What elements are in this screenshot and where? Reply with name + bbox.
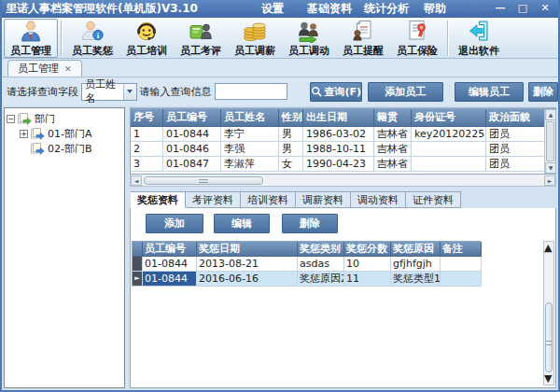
- reward-row[interactable]: 01-0844 2013-08-21 asdas 10 gfjhfgjh: [133, 257, 481, 272]
- cell-index[interactable]: 2: [131, 142, 163, 157]
- cell-birthdate[interactable]: 1990-04-23: [303, 157, 374, 172]
- menu-settings[interactable]: 设置: [258, 0, 287, 18]
- cell-employee-id[interactable]: 01-0847: [163, 157, 221, 172]
- cell-reward-score[interactable]: 11: [344, 272, 391, 287]
- cell-reward-reason[interactable]: gfjhfgjh: [391, 257, 441, 272]
- detail-tab[interactable]: 培训资料: [241, 191, 296, 208]
- detail-tab[interactable]: 奖惩资料: [131, 191, 186, 208]
- menu-base-data[interactable]: 基础资料: [303, 0, 356, 18]
- chevron-down-icon[interactable]: [123, 84, 136, 100]
- cell-reward-type[interactable]: 奖惩原因2: [298, 272, 344, 287]
- scroll-down-icon[interactable]: ▼: [545, 162, 556, 174]
- cell-index[interactable]: 1: [131, 127, 163, 142]
- detail-tab[interactable]: 考评资料: [186, 191, 241, 208]
- delete-record-button[interactable]: 删除: [282, 214, 338, 233]
- add-record-button[interactable]: 添加: [146, 214, 203, 233]
- search-button[interactable]: 查询(F): [310, 82, 363, 102]
- tree-node-root[interactable]: − 部门: [7, 111, 122, 126]
- tree-node-department[interactable]: + 01-部门A: [20, 126, 122, 141]
- expand-icon[interactable]: +: [20, 130, 28, 138]
- column-header[interactable]: 奖惩原因: [391, 242, 441, 257]
- column-header[interactable]: 员工姓名: [221, 109, 279, 127]
- scroll-thumb[interactable]: [144, 176, 263, 185]
- detail-tab[interactable]: 证件资料: [406, 191, 461, 208]
- column-header[interactable]: 政治面貌: [486, 109, 544, 127]
- column-header[interactable]: 出生日期: [303, 109, 374, 127]
- delete-employee-button[interactable]: 删除: [528, 82, 558, 102]
- scroll-right-icon[interactable]: ►: [544, 175, 555, 186]
- column-header[interactable]: 奖惩日期: [197, 242, 298, 257]
- tree-node-department[interactable]: 02-部门B: [20, 141, 122, 156]
- employee-row[interactable]: 1 01-0844 李宁 男 1986-03-02 吉林省 key2012022…: [131, 127, 544, 142]
- cell-birthdate[interactable]: 1988-10-11: [303, 142, 374, 157]
- cell-reward-reason[interactable]: 奖惩类型1: [391, 272, 441, 287]
- scroll-down-icon[interactable]: ▼: [544, 372, 553, 385]
- column-header[interactable]: 序号: [131, 109, 163, 127]
- cell-hometown[interactable]: 吉林省: [374, 127, 412, 142]
- toolbar-employee-training[interactable]: 员工培训: [119, 19, 174, 58]
- employee-grid-vscrollbar[interactable]: ▲ ▼: [544, 109, 555, 174]
- cell-political[interactable]: 团员: [486, 142, 544, 157]
- column-header[interactable]: 备注: [441, 242, 482, 257]
- minimize-button[interactable]: —: [493, 2, 508, 15]
- cell-hometown[interactable]: 吉林省: [374, 142, 412, 157]
- scroll-up-icon[interactable]: ▲: [544, 242, 553, 254]
- employee-grid-hscrollbar[interactable]: ◄ ►: [130, 175, 556, 187]
- column-header[interactable]: 性别: [279, 109, 303, 127]
- reward-row[interactable]: ► 01-0844 2016-06-16 奖惩原因2 11 奖惩类型1: [133, 272, 481, 287]
- maximize-button[interactable]: □: [515, 2, 530, 15]
- column-header[interactable]: 员工编号: [163, 109, 221, 127]
- row-selector[interactable]: ►: [133, 272, 143, 287]
- cell-remark[interactable]: [441, 272, 482, 287]
- cell-name[interactable]: 李强: [221, 142, 279, 157]
- column-header[interactable]: 员工编号: [143, 242, 197, 257]
- column-header[interactable]: 奖惩类别: [298, 242, 344, 257]
- toolbar-employee-manage[interactable]: 员工管理: [4, 19, 58, 58]
- scroll-up-icon[interactable]: ▲: [545, 109, 556, 120]
- toolbar-employee-reward[interactable]: i 员工奖惩: [65, 19, 119, 58]
- detail-tab[interactable]: 调薪资料: [296, 191, 351, 208]
- column-header[interactable]: 籍贯: [374, 109, 412, 127]
- toolbar-employee-transfer[interactable]: 员工调动: [282, 19, 336, 58]
- add-employee-button[interactable]: 添加员工: [368, 82, 442, 102]
- edit-record-button[interactable]: 编辑: [214, 214, 270, 233]
- edit-employee-button[interactable]: 编辑员工: [455, 82, 525, 102]
- scroll-thumb[interactable]: [545, 302, 553, 372]
- row-selector[interactable]: [133, 257, 143, 272]
- cell-birthdate[interactable]: 1986-03-02: [303, 127, 374, 142]
- menu-help[interactable]: 帮助: [420, 0, 450, 18]
- cell-id-number[interactable]: [412, 142, 486, 157]
- cell-gender[interactable]: 男: [279, 142, 303, 157]
- cell-remark[interactable]: [441, 257, 482, 272]
- cell-gender[interactable]: 女: [279, 157, 303, 172]
- cell-employee-id[interactable]: 01-0844: [163, 127, 221, 142]
- cell-name[interactable]: 李淑萍: [221, 157, 279, 172]
- toolbar-employee-reminder[interactable]: 员工提醒: [336, 19, 390, 58]
- cell-index[interactable]: 3: [131, 157, 163, 172]
- cell-name[interactable]: 李宁: [221, 127, 279, 142]
- toolbar-employee-review[interactable]: 员工考评: [174, 19, 228, 58]
- cell-employee-id[interactable]: 01-0846: [163, 142, 221, 157]
- menu-statistics[interactable]: 统计分析: [360, 0, 413, 18]
- cell-reward-date[interactable]: 2016-06-16: [197, 272, 298, 287]
- detail-vscrollbar[interactable]: ▲ ▼: [543, 241, 554, 385]
- cell-hometown[interactable]: 吉林省: [374, 157, 412, 172]
- scroll-thumb[interactable]: [546, 121, 554, 161]
- cell-reward-type[interactable]: asdas: [298, 257, 344, 272]
- tab-employee-manage[interactable]: 员工管理 ✕: [7, 60, 82, 77]
- query-input[interactable]: [215, 83, 287, 100]
- cell-reward-date[interactable]: 2013-08-21: [197, 257, 298, 272]
- cell-id-number[interactable]: [412, 157, 486, 172]
- employee-row[interactable]: 2 01-0846 李强 男 1988-10-11 吉林省 团员 未: [131, 142, 544, 157]
- toolbar-employee-salary[interactable]: 员工调薪: [228, 19, 282, 58]
- cell-employee-id[interactable]: 01-0844: [143, 257, 197, 272]
- cell-employee-id[interactable]: 01-0844: [143, 272, 197, 287]
- toolbar-exit[interactable]: 退出软件: [452, 19, 506, 58]
- tab-close-icon[interactable]: ✕: [64, 64, 72, 74]
- employee-row[interactable]: 3 01-0847 李淑萍 女 1990-04-23 吉林省 团员 未: [131, 157, 544, 172]
- close-button[interactable]: ✕: [538, 2, 553, 15]
- cell-gender[interactable]: 男: [279, 127, 303, 142]
- cell-reward-score[interactable]: 10: [344, 257, 391, 272]
- column-header[interactable]: 身份证号: [412, 109, 486, 127]
- cell-political[interactable]: 团员: [486, 127, 544, 142]
